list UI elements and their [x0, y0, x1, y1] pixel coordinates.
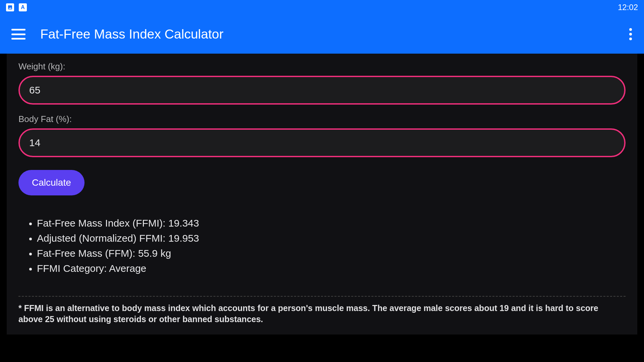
- more-options-icon[interactable]: [629, 28, 633, 40]
- result-ffmi: Fat-Free Mass Index (FFMI): 19.343: [37, 216, 626, 231]
- calculate-button[interactable]: Calculate: [18, 170, 85, 195]
- status-bar: A 12:02: [0, 0, 644, 15]
- result-adjusted-ffmi: Adjusted (Normalized) FFMI: 19.953: [37, 231, 626, 246]
- image-icon: [6, 3, 14, 11]
- result-ffm: Fat-Free Mass (FFM): 55.9 kg: [37, 246, 626, 261]
- menu-icon[interactable]: [11, 29, 25, 40]
- status-clock: 12:02: [618, 3, 638, 12]
- status-icons: A: [6, 3, 27, 11]
- result-category: FFMI Category: Average: [37, 261, 626, 276]
- weight-input[interactable]: [29, 84, 615, 96]
- divider: [18, 296, 626, 297]
- results-list: Fat-Free Mass Index (FFMI): 19.343 Adjus…: [18, 216, 626, 276]
- footnote-text: * FFMI is an alternative to body mass in…: [18, 303, 626, 324]
- app-icon: A: [19, 3, 27, 11]
- main-content: Weight (kg): Body Fat (%): Calculate Fat…: [7, 54, 637, 335]
- app-bar: Fat-Free Mass Index Calculator: [0, 15, 644, 54]
- page-title: Fat-Free Mass Index Calculator: [40, 27, 614, 42]
- weight-label: Weight (kg):: [18, 61, 626, 72]
- weight-input-container: [18, 76, 626, 105]
- bodyfat-label: Body Fat (%):: [18, 114, 626, 124]
- bodyfat-input[interactable]: [29, 137, 615, 148]
- bodyfat-input-container: [18, 128, 626, 157]
